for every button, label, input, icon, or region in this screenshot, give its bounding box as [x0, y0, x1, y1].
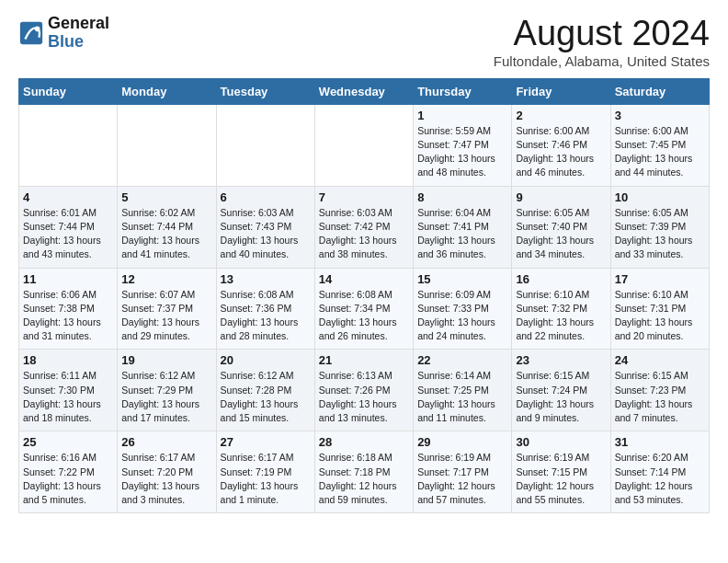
table-row: 29Sunrise: 6:19 AMSunset: 7:17 PMDayligh…	[414, 431, 512, 513]
table-row: 13Sunrise: 6:08 AMSunset: 7:36 PMDayligh…	[216, 268, 314, 350]
logo-line2: Blue	[48, 33, 109, 52]
day-number: 25	[23, 435, 113, 449]
day-info: Sunrise: 6:05 AMSunset: 7:39 PMDaylight:…	[615, 206, 705, 262]
day-info: Sunrise: 6:01 AMSunset: 7:44 PMDaylight:…	[23, 206, 113, 262]
table-row: 3Sunrise: 6:00 AMSunset: 7:45 PMDaylight…	[610, 104, 709, 186]
day-info: Sunrise: 5:59 AMSunset: 7:47 PMDaylight:…	[417, 124, 507, 180]
table-row: 11Sunrise: 6:06 AMSunset: 7:38 PMDayligh…	[19, 268, 118, 350]
day-info: Sunrise: 6:08 AMSunset: 7:34 PMDaylight:…	[319, 288, 409, 344]
day-number: 17	[615, 272, 705, 286]
day-number: 6	[221, 190, 311, 204]
col-wednesday: Wednesday	[314, 78, 413, 104]
logo-line1: General	[48, 15, 109, 33]
day-info: Sunrise: 6:20 AMSunset: 7:14 PMDaylight:…	[615, 451, 705, 507]
table-row	[216, 104, 314, 186]
day-info: Sunrise: 6:10 AMSunset: 7:32 PMDaylight:…	[516, 288, 606, 344]
table-row: 15Sunrise: 6:09 AMSunset: 7:33 PMDayligh…	[414, 268, 512, 350]
day-info: Sunrise: 6:12 AMSunset: 7:28 PMDaylight:…	[221, 369, 311, 425]
table-row: 21Sunrise: 6:13 AMSunset: 7:26 PMDayligh…	[314, 350, 413, 431]
table-row: 23Sunrise: 6:15 AMSunset: 7:24 PMDayligh…	[512, 350, 610, 431]
table-row: 19Sunrise: 6:12 AMSunset: 7:29 PMDayligh…	[118, 350, 216, 431]
day-info: Sunrise: 6:13 AMSunset: 7:26 PMDaylight:…	[319, 369, 409, 425]
day-number: 28	[319, 435, 409, 449]
day-info: Sunrise: 6:00 AMSunset: 7:46 PMDaylight:…	[516, 124, 606, 180]
day-info: Sunrise: 6:19 AMSunset: 7:17 PMDaylight:…	[417, 451, 507, 507]
col-saturday: Saturday	[610, 78, 709, 104]
day-info: Sunrise: 6:03 AMSunset: 7:42 PMDaylight:…	[319, 206, 409, 262]
day-info: Sunrise: 6:09 AMSunset: 7:33 PMDaylight:…	[417, 288, 507, 344]
day-info: Sunrise: 6:18 AMSunset: 7:18 PMDaylight:…	[319, 451, 409, 507]
table-row: 10Sunrise: 6:05 AMSunset: 7:39 PMDayligh…	[610, 186, 709, 268]
day-number: 18	[23, 353, 113, 367]
calendar-week-row: 4Sunrise: 6:01 AMSunset: 7:44 PMDaylight…	[19, 186, 710, 268]
table-row: 27Sunrise: 6:17 AMSunset: 7:19 PMDayligh…	[216, 431, 314, 513]
day-number: 23	[516, 353, 606, 367]
day-number: 20	[221, 353, 311, 367]
day-info: Sunrise: 6:11 AMSunset: 7:30 PMDaylight:…	[23, 369, 113, 425]
day-number: 8	[417, 190, 507, 204]
table-row: 20Sunrise: 6:12 AMSunset: 7:28 PMDayligh…	[216, 350, 314, 431]
day-info: Sunrise: 6:19 AMSunset: 7:15 PMDaylight:…	[516, 451, 606, 507]
table-row: 4Sunrise: 6:01 AMSunset: 7:44 PMDaylight…	[19, 186, 118, 268]
col-sunday: Sunday	[19, 78, 118, 104]
day-info: Sunrise: 6:04 AMSunset: 7:41 PMDaylight:…	[417, 206, 507, 262]
table-row: 16Sunrise: 6:10 AMSunset: 7:32 PMDayligh…	[512, 268, 610, 350]
day-info: Sunrise: 6:12 AMSunset: 7:29 PMDaylight:…	[121, 369, 211, 425]
day-info: Sunrise: 6:08 AMSunset: 7:36 PMDaylight:…	[221, 288, 311, 344]
day-number: 15	[417, 272, 507, 286]
day-info: Sunrise: 6:07 AMSunset: 7:37 PMDaylight:…	[121, 288, 211, 344]
day-number: 31	[615, 435, 705, 449]
day-number: 29	[417, 435, 507, 449]
title-area: August 2024 Fultondale, Alabama, United …	[494, 15, 710, 69]
col-monday: Monday	[118, 78, 216, 104]
table-row: 2Sunrise: 6:00 AMSunset: 7:46 PMDaylight…	[512, 104, 610, 186]
logo-icon	[18, 20, 44, 46]
col-thursday: Thursday	[414, 78, 512, 104]
day-number: 9	[516, 190, 606, 204]
day-number: 2	[516, 109, 606, 122]
table-row: 31Sunrise: 6:20 AMSunset: 7:14 PMDayligh…	[610, 431, 709, 513]
calendar-header-row: Sunday Monday Tuesday Wednesday Thursday…	[19, 78, 710, 104]
table-row: 30Sunrise: 6:19 AMSunset: 7:15 PMDayligh…	[512, 431, 610, 513]
col-friday: Friday	[512, 78, 610, 104]
day-number: 1	[417, 109, 507, 122]
day-number: 10	[615, 190, 705, 204]
calendar-week-row: 25Sunrise: 6:16 AMSunset: 7:22 PMDayligh…	[19, 431, 710, 513]
day-info: Sunrise: 6:05 AMSunset: 7:40 PMDaylight:…	[516, 206, 606, 262]
table-row	[19, 104, 118, 186]
day-number: 26	[121, 435, 211, 449]
table-row: 18Sunrise: 6:11 AMSunset: 7:30 PMDayligh…	[19, 350, 118, 431]
day-number: 12	[121, 272, 211, 286]
table-row: 14Sunrise: 6:08 AMSunset: 7:34 PMDayligh…	[314, 268, 413, 350]
day-info: Sunrise: 6:00 AMSunset: 7:45 PMDaylight:…	[615, 124, 705, 180]
day-info: Sunrise: 6:15 AMSunset: 7:23 PMDaylight:…	[615, 369, 705, 425]
day-info: Sunrise: 6:16 AMSunset: 7:22 PMDaylight:…	[23, 451, 113, 507]
table-row: 24Sunrise: 6:15 AMSunset: 7:23 PMDayligh…	[610, 350, 709, 431]
logo: General Blue	[18, 15, 109, 52]
table-row	[314, 104, 413, 186]
day-info: Sunrise: 6:10 AMSunset: 7:31 PMDaylight:…	[615, 288, 705, 344]
day-number: 22	[417, 353, 507, 367]
table-row: 7Sunrise: 6:03 AMSunset: 7:42 PMDaylight…	[314, 186, 413, 268]
day-number: 27	[221, 435, 311, 449]
table-row: 28Sunrise: 6:18 AMSunset: 7:18 PMDayligh…	[314, 431, 413, 513]
calendar-table: Sunday Monday Tuesday Wednesday Thursday…	[18, 78, 710, 513]
table-row: 22Sunrise: 6:14 AMSunset: 7:25 PMDayligh…	[414, 350, 512, 431]
day-number: 30	[516, 435, 606, 449]
day-info: Sunrise: 6:15 AMSunset: 7:24 PMDaylight:…	[516, 369, 606, 425]
day-info: Sunrise: 6:17 AMSunset: 7:19 PMDaylight:…	[221, 451, 311, 507]
day-info: Sunrise: 6:03 AMSunset: 7:43 PMDaylight:…	[221, 206, 311, 262]
svg-point-1	[35, 26, 40, 31]
calendar-subtitle: Fultondale, Alabama, United States	[494, 53, 710, 69]
day-number: 11	[23, 272, 113, 286]
day-number: 7	[319, 190, 409, 204]
day-number: 5	[121, 190, 211, 204]
table-row: 26Sunrise: 6:17 AMSunset: 7:20 PMDayligh…	[118, 431, 216, 513]
day-number: 14	[319, 272, 409, 286]
day-number: 19	[121, 353, 211, 367]
day-info: Sunrise: 6:06 AMSunset: 7:38 PMDaylight:…	[23, 288, 113, 344]
table-row	[118, 104, 216, 186]
day-number: 16	[516, 272, 606, 286]
table-row: 9Sunrise: 6:05 AMSunset: 7:40 PMDaylight…	[512, 186, 610, 268]
table-row: 12Sunrise: 6:07 AMSunset: 7:37 PMDayligh…	[118, 268, 216, 350]
